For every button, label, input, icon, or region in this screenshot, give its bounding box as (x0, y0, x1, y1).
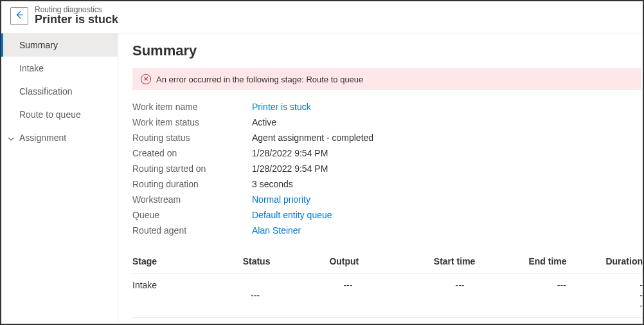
col-stage: Stage (132, 256, 243, 266)
sidebar-item-route-to-queue[interactable]: Route to queue (1, 103, 118, 126)
field-value: Agent assignment - completed (252, 133, 373, 143)
field-label: Routing started on (132, 163, 252, 174)
sidebar-item-label: Assignment (19, 133, 66, 143)
field-label: Routing duration (132, 179, 252, 189)
main-content: Summary ✕ An error occurred in the follo… (118, 33, 643, 322)
error-circle-icon: ✕ (141, 74, 151, 84)
field-label: Routed agent (132, 225, 252, 236)
field-value: 3 seconds (252, 179, 293, 189)
col-output: Output (329, 256, 433, 266)
sidebar: Summary Intake Classification Route to q… (1, 33, 118, 322)
sidebar-item-summary[interactable]: Summary (1, 33, 118, 57)
col-start: Start time (434, 256, 529, 266)
stages-table: Stage Status Output Start time End time … (132, 250, 643, 322)
work-item-name-link[interactable]: Printer is stuck (252, 102, 311, 112)
workstream-link[interactable]: Normal priority (252, 194, 310, 205)
field-label: Workstream (132, 194, 252, 205)
col-status: Status (243, 256, 330, 266)
sidebar-item-label: Summary (19, 40, 58, 50)
page-title: Printer is stuck (35, 13, 118, 26)
field-label: Queue (132, 210, 252, 220)
field-label: Routing status (132, 133, 252, 143)
sidebar-item-assignment[interactable]: Assignment (1, 126, 118, 149)
field-label: Work item name (132, 102, 252, 112)
status-cell: --- (251, 280, 343, 311)
field-label: Created on (132, 148, 252, 158)
duration-cell: --- (640, 280, 643, 311)
field-label: Work item status (132, 117, 252, 127)
stage-cell: Intake (132, 280, 157, 290)
output-cell: --- (343, 280, 455, 311)
sidebar-item-label: Route to queue (19, 109, 81, 120)
sidebar-item-intake[interactable]: Intake (1, 57, 118, 80)
page-header: Routing diagnostics Printer is stuck (1, 1, 643, 33)
queue-link[interactable]: Default entity queue (252, 210, 332, 220)
table-header: Stage Status Output Start time End time … (132, 250, 643, 274)
content-title: Summary (132, 42, 643, 59)
sidebar-item-label: Classification (19, 86, 72, 97)
col-end: End time (528, 256, 605, 266)
table-row: Classification--------------- (132, 318, 643, 322)
col-duration: Duration (605, 256, 643, 266)
sidebar-item-label: Intake (19, 63, 44, 73)
start-cell: --- (455, 280, 557, 311)
field-value: Active (252, 117, 276, 127)
routed-agent-link[interactable]: Alan Steiner (252, 225, 301, 236)
field-value: 1/28/2022 9:54 PM (252, 148, 328, 158)
table-row: Intake--------------- (132, 274, 643, 318)
back-button[interactable] (10, 7, 28, 25)
error-banner-text: An error occurred in the following stage… (156, 75, 363, 84)
error-banner: ✕ An error occurred in the following sta… (132, 68, 641, 90)
end-cell: --- (557, 280, 640, 311)
field-value: 1/28/2022 9:54 PM (252, 163, 328, 174)
chevron-down-icon (8, 134, 14, 144)
status-text: --- (251, 290, 260, 301)
sidebar-item-classification[interactable]: Classification (1, 80, 118, 103)
arrow-left-icon (15, 10, 24, 21)
